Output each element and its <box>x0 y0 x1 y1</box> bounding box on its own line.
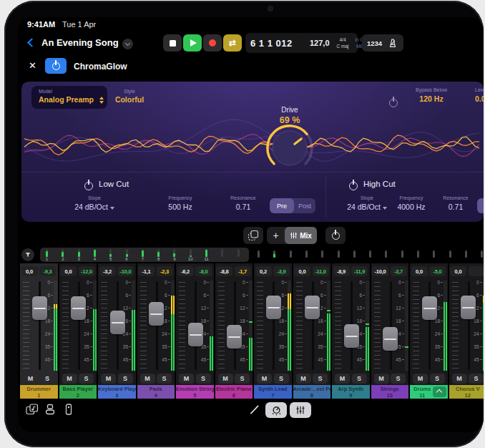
track-label[interactable]: Synth Lead 7 <box>254 385 292 399</box>
channel-strip-button[interactable] <box>63 404 74 415</box>
fader-handle[interactable] <box>32 296 47 320</box>
solo-button[interactable]: S <box>196 374 211 384</box>
mute-button[interactable]: M <box>62 374 77 384</box>
solo-button[interactable]: S <box>79 374 94 384</box>
bypass-control[interactable]: Bypass Below 120 Hz <box>404 87 459 103</box>
play-button[interactable] <box>183 34 202 52</box>
fader-handle[interactable] <box>188 323 203 346</box>
fader-handle[interactable] <box>227 325 242 349</box>
fader-handle[interactable] <box>344 324 359 348</box>
mute-button[interactable]: M <box>413 374 428 384</box>
fader-handle[interactable] <box>149 302 164 326</box>
mute-button[interactable]: M <box>140 374 155 384</box>
channel-peak-value[interactable]: -9,3 <box>39 266 56 276</box>
solo-button[interactable]: S <box>469 374 484 384</box>
channel-volume-value[interactable]: 0,0 <box>60 266 77 276</box>
solo-button[interactable]: S <box>430 374 445 384</box>
track-label[interactable]: Chorus V 12 <box>449 385 484 399</box>
fader-handle[interactable] <box>305 296 320 319</box>
mixer-channel[interactable]: 0,2 -3,9 061218243545 M S Synth Lead 7 <box>254 263 292 399</box>
mixer-view-button[interactable] <box>290 402 311 418</box>
post-segment[interactable]: Post <box>294 198 315 213</box>
channel-volume-value[interactable]: -8,8 <box>216 266 232 276</box>
solo-button[interactable]: S <box>313 374 328 384</box>
solo-button[interactable]: S <box>235 374 250 384</box>
fader-handle[interactable] <box>110 311 125 334</box>
cycle-button[interactable]: ⇄ <box>223 34 242 52</box>
count-in-button[interactable]: 1234 <box>367 39 382 47</box>
channel-volume-value[interactable]: -10,0 <box>372 266 388 276</box>
stop-button[interactable] <box>163 34 182 52</box>
connector-button[interactable] <box>44 404 56 415</box>
mute-button[interactable]: M <box>101 374 116 384</box>
channel-peak-value[interactable]: -12,0 <box>79 266 95 276</box>
track-label[interactable]: Arp Synth 9 <box>332 385 370 399</box>
mixer-channel[interactable]: -8,9 -11,9 061218243545 M S Arp Synth 9 <box>332 263 370 399</box>
mixer-channel[interactable]: -10,0 -3,7 061218243545 M S Strings 10 <box>371 263 409 399</box>
mixer-channel[interactable]: 0,0 -5,0 061218243545 M S Drums 11 <box>410 263 448 399</box>
channel-peak-value[interactable]: -8,0 <box>195 266 212 276</box>
solo-button[interactable]: S <box>118 374 133 384</box>
channel-volume-value[interactable]: -8,9 <box>333 266 350 276</box>
high-cut-frequency[interactable]: Frequency 4000 Hz <box>387 195 436 211</box>
mix-toggle-button[interactable]: Mix <box>285 227 317 244</box>
mixer-channel[interactable]: -1,1 -2,3 061218243545 M S Pads 4 <box>137 263 175 399</box>
pre-segment[interactable]: Pre <box>477 198 484 213</box>
back-chevron-icon[interactable] <box>27 38 36 47</box>
solo-button[interactable]: S <box>391 374 406 384</box>
drive-knob[interactable] <box>258 121 322 172</box>
fader-handle[interactable] <box>266 296 281 319</box>
record-button[interactable] <box>203 34 222 52</box>
track-label[interactable]: Bass Player 2 <box>59 385 97 399</box>
fader-handle[interactable] <box>461 296 476 319</box>
mute-button[interactable]: M <box>257 374 272 384</box>
mute-button[interactable]: M <box>452 374 467 384</box>
bypass-power-icon[interactable] <box>389 99 398 107</box>
channel-volume-value[interactable]: 0,0 <box>294 266 310 276</box>
channel-peak-value[interactable]: -11,0 <box>313 266 329 276</box>
mute-button[interactable]: M <box>23 374 38 384</box>
channel-peak-value[interactable]: -5,0 <box>429 266 446 276</box>
channel-peak-value[interactable]: -11,9 <box>351 266 368 276</box>
pencil-tool[interactable] <box>249 404 260 415</box>
channel-peak-value[interactable]: -2,3 <box>157 266 173 276</box>
model-selector[interactable]: Model Analog Preamp <box>31 86 107 109</box>
low-cut-pre-post-toggle[interactable]: Pre Post <box>270 198 315 213</box>
add-plugin-button[interactable]: + <box>267 227 285 244</box>
low-cut-frequency[interactable]: Frequency 500 Hz <box>156 195 205 211</box>
solo-button[interactable]: S <box>157 374 172 384</box>
low-cut-resonance[interactable]: Resonance 0.71 <box>220 195 266 211</box>
overview-visible-range[interactable]: 1234567891011 <box>40 248 249 262</box>
mixer-power-button[interactable] <box>325 227 346 244</box>
solo-button[interactable]: S <box>40 374 55 384</box>
channel-peak-value[interactable]: -3,9 <box>273 266 290 276</box>
level-control[interactable]: Level 0.0 <box>471 87 484 103</box>
channel-volume-value[interactable]: 0,0 <box>411 266 428 276</box>
browser-button[interactable] <box>26 404 37 415</box>
fader-handle[interactable] <box>383 327 398 351</box>
track-label[interactable]: Strings 10 <box>371 385 409 399</box>
solo-button[interactable]: S <box>274 374 289 384</box>
mute-button[interactable]: M <box>179 374 194 384</box>
song-menu-button[interactable] <box>122 39 133 49</box>
mixer-channel[interactable]: 0,0 -11,0 061218243545 M S Arcade…eet Pa… <box>293 263 331 399</box>
mute-button[interactable]: M <box>218 374 233 384</box>
channel-peak-value[interactable] <box>469 266 484 276</box>
mixer-channel[interactable]: -8,8 -1,7 061218243545 M S Electric Pian… <box>215 263 253 399</box>
mute-button[interactable]: M <box>374 374 389 384</box>
channel-peak-value[interactable]: -1,7 <box>235 266 251 276</box>
low-cut-power-icon[interactable] <box>84 182 93 190</box>
track-label[interactable]: Emotion Strings 5 <box>176 385 214 399</box>
channel-volume-value[interactable]: 0,0 <box>21 266 38 276</box>
track-label[interactable]: Arcade…eet Pad 8 <box>293 385 331 399</box>
pre-segment[interactable]: Pre <box>270 198 294 213</box>
metronome-icon[interactable] <box>387 37 398 49</box>
high-cut-power-icon[interactable] <box>349 182 358 190</box>
song-title[interactable]: An Evening Song <box>41 37 119 48</box>
track-label[interactable]: Keyboard Player 3 <box>98 385 136 399</box>
fader-handle[interactable] <box>71 296 86 320</box>
high-cut-slope[interactable]: Slope 24 dB/Oct <box>341 195 393 211</box>
collapse-chevron-button[interactable] <box>433 386 446 397</box>
track-label[interactable]: Drummer 1 <box>20 385 58 399</box>
mixer-channel[interactable]: 0,0 -9,3 061218243545 M S Drummer 1 <box>20 263 58 399</box>
